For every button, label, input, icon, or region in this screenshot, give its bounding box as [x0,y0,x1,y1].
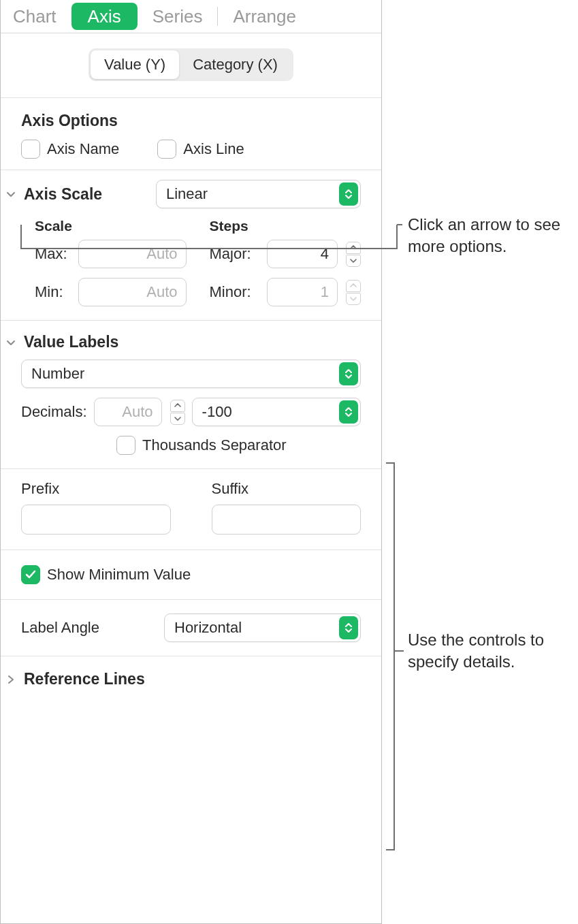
axis-scale-disclosure-arrow[interactable] [6,189,16,199]
tab-chart[interactable]: Chart [1,0,69,33]
annotation-area: Click an arrow to see more options. Use … [382,0,578,924]
axis-options-section: Axis Options Axis Name Axis Line [1,98,381,170]
suffix-label: Suffix [212,480,362,498]
popup-arrows-icon [339,362,358,385]
segment-value-y[interactable]: Value (Y) [91,50,179,79]
label-angle-popup[interactable]: Horizontal [164,614,361,642]
reference-lines-disclosure-arrow[interactable] [6,675,16,684]
tab-arrange[interactable]: Arrange [221,0,308,33]
callout-line-axis-scale [21,214,402,255]
axis-line-label: Axis Line [183,140,244,158]
suffix-group: Suffix [212,480,362,535]
min-input[interactable]: Auto [78,278,187,306]
stepper-up-icon [170,400,185,412]
value-labels-header: Value Labels [24,333,118,351]
minor-stepper[interactable] [346,280,361,305]
axis-scale-popup[interactable]: Linear [156,180,361,208]
stepper-up-icon [346,280,361,292]
value-labels-format-value: Number [31,365,84,383]
value-labels-format-popup[interactable]: Number [21,360,361,388]
show-min-label: Show Minimum Value [47,566,191,584]
value-labels-section: Value Labels Number Decimals: Auto -100 [1,321,381,656]
inspector-tabs: Chart Axis Series Arrange [1,0,381,33]
callout-bracket-value-labels [386,463,404,858]
show-min-checkbox[interactable] [21,565,40,584]
label-angle-value: Horizontal [174,619,242,637]
popup-arrows-icon [339,400,358,424]
axis-selector-wrap: Value (Y) Category (X) [1,33,381,98]
axis-options-header: Axis Options [21,109,361,140]
thousands-sep-checkbox[interactable] [116,436,135,455]
reference-lines-section: Reference Lines [1,656,381,702]
negative-format-value: -100 [202,403,232,421]
prefix-input[interactable] [21,505,171,535]
format-inspector-panel: Chart Axis Series Arrange Value (Y) Cate… [0,0,382,924]
min-label: Min: [35,283,71,301]
stepper-down-icon [170,413,185,425]
axis-segmented-control: Value (Y) Category (X) [89,48,293,81]
decimals-label: Decimals: [21,403,87,421]
prefix-group: Prefix [21,480,171,535]
minor-label: Minor: [210,283,260,301]
show-min-row: Show Minimum Value [21,565,361,584]
popup-arrows-icon [339,182,358,206]
tab-divider [217,7,218,26]
segment-category-x[interactable]: Category (X) [179,50,291,79]
negative-format-popup[interactable]: -100 [192,398,361,426]
popup-arrows-icon [339,616,358,639]
value-labels-disclosure-arrow[interactable] [6,338,16,347]
callout-axis-scale: Click an arrow to see more options. [408,214,578,258]
callout-value-labels: Use the controls to specify details. [408,629,578,673]
label-angle-label: Label Angle [21,619,157,637]
prefix-label: Prefix [21,480,171,498]
tab-series[interactable]: Series [140,0,215,33]
thousands-sep-row: Thousands Separator [116,436,361,455]
decimals-stepper[interactable] [170,400,185,425]
minor-input[interactable]: 1 [267,278,338,306]
stepper-down-icon [346,255,361,267]
axis-scale-header: Axis Scale [24,185,152,204]
stepper-down-icon [346,293,361,305]
axis-line-checkbox[interactable] [157,140,176,159]
suffix-input[interactable] [212,505,362,535]
decimals-input[interactable]: Auto [94,398,162,426]
thousands-sep-label: Thousands Separator [142,436,287,454]
axis-line-row: Axis Line [157,140,244,159]
axis-name-checkbox[interactable] [21,140,40,159]
axis-scale-value: Linear [166,185,208,203]
tab-axis[interactable]: Axis [71,3,138,30]
reference-lines-header: Reference Lines [24,670,145,688]
axis-name-label: Axis Name [47,140,119,158]
axis-name-row: Axis Name [21,140,119,159]
